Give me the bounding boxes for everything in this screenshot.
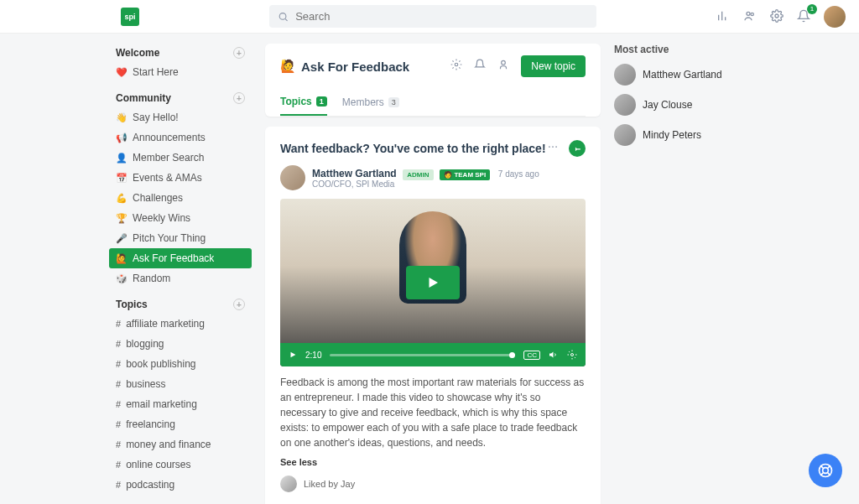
author-role: COO/CFO, SPI Media — [312, 179, 539, 189]
topbar: spi 1 — [0, 0, 859, 34]
author-avatar[interactable] — [280, 165, 305, 190]
svg-marker-13 — [430, 278, 439, 288]
space-bell-icon[interactable] — [474, 59, 489, 74]
sidebar-item[interactable]: 📢Announcements — [109, 127, 252, 148]
sidebar-item[interactable]: #money and finance — [109, 434, 252, 455]
space-person-icon[interactable] — [497, 59, 513, 74]
svg-point-10 — [549, 146, 550, 148]
author-name[interactable]: Matthew Gartland — [312, 168, 397, 179]
svg-point-7 — [775, 14, 778, 18]
post-title: Want feedback? You've come to the right … — [280, 142, 546, 155]
most-active-title: Most active — [614, 44, 748, 55]
help-fab[interactable] — [809, 454, 842, 487]
sidebar-item[interactable]: 💪Challenges — [109, 188, 252, 208]
people-icon[interactable] — [743, 9, 758, 24]
search-input[interactable] — [295, 10, 588, 23]
svg-line-19 — [820, 465, 823, 468]
svg-line-21 — [820, 473, 823, 475]
active-user[interactable]: Jay Clouse — [614, 94, 748, 116]
admin-badge: ADMIN — [403, 169, 433, 180]
sidebar-item[interactable]: 🏆Weekly Wins — [109, 208, 252, 228]
sidebar-item[interactable]: #email marketing — [109, 394, 252, 414]
main: 🙋 Ask For Feedback New topic Topics1Memb… — [265, 44, 601, 504]
active-user[interactable]: Mindy Peters — [614, 124, 748, 146]
post-body: Feedback is among the most important raw… — [280, 375, 586, 450]
space-title: 🙋 Ask For Feedback — [280, 59, 409, 74]
analytics-icon[interactable] — [716, 9, 731, 24]
video-gear-icon[interactable] — [567, 350, 577, 360]
svg-point-12 — [555, 146, 557, 148]
liked-by-text: Liked by Jay — [304, 479, 355, 489]
volume-icon[interactable] — [549, 350, 559, 360]
topbar-right: 1 — [716, 6, 846, 28]
tab[interactable]: Topics1 — [280, 89, 327, 116]
svg-point-9 — [502, 60, 506, 65]
active-user-avatar — [614, 64, 636, 86]
video-time: 2:10 — [305, 351, 321, 360]
sidebar-item[interactable]: #business — [109, 374, 252, 394]
video-controls: 2:10 CC — [280, 343, 586, 366]
play-icon[interactable] — [406, 266, 460, 299]
logo[interactable]: spi — [121, 8, 139, 26]
active-user[interactable]: Matthew Gartland — [614, 64, 748, 86]
sidebar-item[interactable]: #freelancing — [109, 414, 252, 434]
pin-icon[interactable] — [569, 140, 586, 157]
active-user-avatar — [614, 124, 636, 146]
gear-icon[interactable] — [770, 9, 785, 24]
svg-point-16 — [571, 354, 574, 356]
svg-point-18 — [823, 468, 829, 474]
video-player[interactable]: 2:10 CC — [280, 199, 586, 366]
post-card: Want feedback? You've come to the right … — [265, 127, 601, 504]
search-icon — [278, 11, 289, 23]
sidebar-section-header: Community+ — [109, 89, 252, 107]
sidebar-item[interactable]: 🎤Pitch Your Thing — [109, 228, 252, 248]
new-topic-button[interactable]: New topic — [521, 55, 586, 77]
plus-icon[interactable]: + — [233, 92, 245, 104]
svg-point-5 — [747, 12, 750, 15]
sidebar-item[interactable]: 🎲Random — [109, 268, 252, 288]
space-title-text: Ask For Feedback — [301, 60, 409, 74]
see-less-link[interactable]: See less — [280, 457, 586, 467]
avatar[interactable] — [824, 6, 846, 28]
svg-marker-15 — [549, 352, 554, 358]
sidebar-item[interactable]: #podcasting — [109, 475, 252, 495]
rightcol: Most active Matthew GartlandJay ClouseMi… — [614, 44, 748, 504]
plus-icon[interactable]: + — [233, 47, 245, 59]
plus-icon[interactable]: + — [233, 299, 245, 310]
post-timestamp: 7 days ago — [498, 169, 539, 179]
sidebar-item[interactable]: #online courses — [109, 455, 252, 475]
video-progress[interactable] — [330, 354, 515, 356]
sidebar-item[interactable]: 🙋Ask For Feedback — [109, 248, 252, 268]
sidebar-section-header: Welcome+ — [109, 44, 252, 62]
play-small-icon[interactable] — [289, 351, 297, 359]
svg-marker-14 — [291, 352, 296, 358]
notification-badge: 1 — [807, 4, 817, 14]
active-user-avatar — [614, 94, 636, 116]
svg-point-6 — [751, 13, 753, 15]
tabs: Topics1Members3 — [280, 89, 586, 117]
sidebar-item[interactable]: #blogging — [109, 334, 252, 354]
svg-point-8 — [456, 63, 459, 66]
bell-icon[interactable]: 1 — [797, 9, 812, 24]
liked-avatar[interactable] — [280, 475, 297, 492]
sidebar-item[interactable]: 👤Member Search — [109, 148, 252, 168]
space-header-card: 🙋 Ask For Feedback New topic Topics1Memb… — [265, 44, 601, 117]
sidebar-item[interactable]: ❤️Start Here — [109, 62, 252, 82]
search-wrap[interactable] — [269, 5, 596, 28]
space-emoji: 🙋 — [280, 59, 296, 74]
sidebar-item[interactable]: #affiliate marketing — [109, 314, 252, 334]
svg-line-20 — [828, 473, 830, 475]
team-badge: 🧑 TEAM SPI — [440, 169, 490, 180]
tab[interactable]: Members3 — [342, 89, 399, 116]
svg-line-1 — [285, 18, 287, 20]
svg-point-11 — [552, 146, 554, 148]
more-icon[interactable] — [547, 141, 562, 156]
sidebar-item[interactable]: 📅Events & AMAs — [109, 168, 252, 188]
cc-icon[interactable]: CC — [523, 351, 540, 360]
sidebar-item[interactable]: 👋Say Hello! — [109, 107, 252, 127]
svg-line-22 — [828, 465, 830, 468]
lifebuoy-icon — [817, 462, 834, 479]
sidebar: Welcome+❤️Start HereCommunity+👋Say Hello… — [109, 44, 252, 504]
space-gear-icon[interactable] — [450, 59, 466, 74]
sidebar-item[interactable]: #book publishing — [109, 354, 252, 374]
